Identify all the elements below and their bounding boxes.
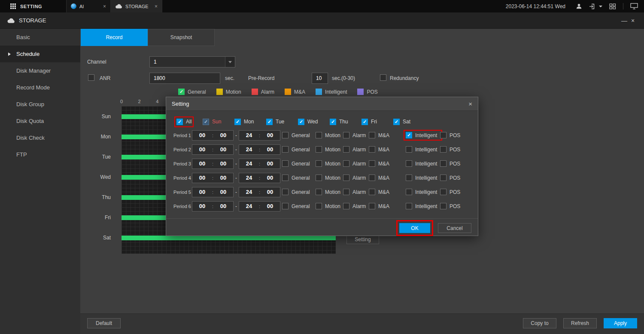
end-time-input[interactable]: 24:00 — [239, 159, 280, 169]
alarm-checkbox[interactable] — [343, 203, 349, 209]
type-option-alarm[interactable]: Alarm — [343, 146, 369, 153]
pos-checkbox[interactable] — [440, 160, 447, 167]
tab-ai-close-icon[interactable]: × — [103, 3, 106, 9]
day-option-tue[interactable]: Tue — [266, 119, 298, 125]
pos-checkbox[interactable] — [440, 132, 447, 138]
copy-to-button[interactable]: Copy to — [523, 318, 556, 328]
mon-checkbox[interactable] — [234, 119, 241, 125]
type-option-pos[interactable]: POS — [440, 175, 464, 181]
fri-checkbox[interactable] — [361, 119, 368, 125]
intelligent-checkbox[interactable] — [406, 189, 412, 195]
m-a-checkbox[interactable] — [369, 203, 375, 209]
general-checkbox[interactable] — [282, 203, 289, 209]
m-a-checkbox[interactable] — [369, 189, 375, 195]
sat-checkbox[interactable] — [393, 119, 400, 125]
intelligent-checkbox[interactable] — [406, 160, 412, 167]
dialog-close-icon[interactable]: × — [468, 100, 472, 107]
day-option-all[interactable]: All — [176, 119, 203, 125]
motion-checkbox[interactable] — [316, 203, 322, 209]
cancel-button[interactable]: Cancel — [438, 223, 471, 233]
start-time-input[interactable]: 00:00 — [192, 130, 234, 141]
sidebar-item-ftp[interactable]: FTP — [0, 146, 80, 163]
refresh-button[interactable]: Refresh — [563, 318, 597, 328]
type-option-general[interactable]: General — [282, 132, 316, 138]
sidebar-item-record-mode[interactable]: Record Mode — [0, 79, 80, 96]
intelligent-checkbox[interactable] — [406, 146, 412, 153]
type-option-intelligent[interactable]: Intelligent — [406, 203, 440, 209]
type-option-general[interactable]: General — [282, 160, 316, 167]
intelligent-checkbox[interactable] — [406, 175, 412, 181]
end-time-input[interactable]: 24:00 — [239, 130, 280, 141]
motion-checkbox[interactable] — [316, 175, 322, 181]
motion-checkbox[interactable] — [316, 160, 322, 167]
type-option-alarm[interactable]: Alarm — [343, 175, 369, 181]
redundancy-checkbox[interactable] — [380, 74, 386, 81]
tab-storage[interactable]: STORAGE × — [111, 0, 162, 12]
type-option-alarm[interactable]: Alarm — [343, 203, 369, 209]
legend-item-alarm[interactable]: Alarm — [252, 89, 274, 95]
end-time-input[interactable]: 24:00 — [239, 173, 280, 183]
display-icon[interactable] — [630, 3, 638, 9]
alarm-checkbox[interactable] — [343, 146, 349, 153]
sidebar-item-basic[interactable]: Basic — [0, 29, 80, 46]
m-a-checkbox[interactable] — [369, 132, 375, 138]
legend-item-intelligent[interactable]: Intelligent — [316, 89, 347, 95]
apply-button[interactable]: Apply — [604, 318, 637, 328]
setting-menu[interactable]: SETTING — [0, 0, 67, 12]
thu-checkbox[interactable] — [330, 119, 336, 125]
type-option-intelligent[interactable]: Intelligent — [406, 146, 440, 153]
type-option-general[interactable]: General — [282, 146, 316, 153]
ok-button[interactable]: OK — [399, 223, 430, 233]
tue-checkbox[interactable] — [266, 119, 273, 125]
legend-item-pos[interactable]: POS — [357, 89, 377, 95]
type-option-intelligent[interactable]: Intelligent — [406, 132, 440, 138]
minimize-icon[interactable]: — — [620, 17, 629, 24]
pre-record-input[interactable]: 10 — [312, 73, 328, 84]
type-option-alarm[interactable]: Alarm — [343, 189, 369, 195]
logout-caret-icon[interactable] — [599, 6, 602, 7]
general-checkbox[interactable] — [282, 175, 289, 181]
m-a-checkbox[interactable] — [369, 175, 375, 181]
sidebar-item-disk-check[interactable]: Disk Check — [0, 129, 80, 146]
m-a-checkbox[interactable] — [369, 160, 375, 167]
multiscreen-icon[interactable] — [609, 3, 616, 9]
type-option-pos[interactable]: POS — [440, 189, 464, 195]
type-option-general[interactable]: General — [282, 175, 316, 181]
type-option-intelligent[interactable]: Intelligent — [406, 160, 440, 167]
type-option-m-a[interactable]: M&A — [369, 132, 406, 138]
m-a-checkbox[interactable] — [369, 146, 375, 153]
type-option-motion[interactable]: Motion — [316, 146, 343, 153]
motion-checkbox[interactable] — [316, 146, 322, 153]
end-time-input[interactable]: 24:00 — [239, 201, 280, 211]
motion-checkbox[interactable] — [316, 189, 322, 195]
type-option-general[interactable]: General — [282, 189, 316, 195]
wed-checkbox[interactable] — [298, 119, 304, 125]
alarm-checkbox[interactable] — [343, 189, 349, 195]
type-option-m-a[interactable]: M&A — [369, 175, 406, 181]
sidebar-item-disk-quota[interactable]: Disk Quota — [0, 113, 80, 129]
type-option-motion[interactable]: Motion — [316, 160, 343, 167]
channel-select[interactable]: 1 — [149, 56, 235, 67]
day-option-fri[interactable]: Fri — [361, 119, 393, 125]
type-option-alarm[interactable]: Alarm — [343, 160, 369, 167]
pos-checkbox[interactable] — [440, 203, 447, 209]
day-option-wed[interactable]: Wed — [298, 119, 330, 125]
legend-item-m-a[interactable]: M&A — [285, 89, 305, 95]
pos-checkbox[interactable] — [440, 189, 447, 195]
alarm-checkbox[interactable] — [343, 160, 349, 167]
day-option-mon[interactable]: Mon — [234, 119, 266, 125]
anr-input[interactable]: 1800 — [149, 73, 220, 84]
sun-checkbox[interactable] — [203, 119, 209, 125]
type-option-m-a[interactable]: M&A — [369, 203, 406, 209]
setting-button[interactable]: Setting — [346, 235, 379, 244]
type-option-m-a[interactable]: M&A — [369, 160, 406, 167]
type-option-pos[interactable]: POS — [440, 132, 464, 138]
start-time-input[interactable]: 00:00 — [192, 144, 234, 155]
type-option-motion[interactable]: Motion — [316, 175, 343, 181]
start-time-input[interactable]: 00:00 — [192, 173, 234, 183]
type-option-m-a[interactable]: M&A — [369, 146, 406, 153]
type-option-motion[interactable]: Motion — [316, 203, 343, 209]
sidebar-item-schedule[interactable]: Schedule — [0, 46, 80, 62]
intelligent-checkbox[interactable] — [406, 203, 412, 209]
alarm-checkbox[interactable] — [343, 132, 349, 138]
